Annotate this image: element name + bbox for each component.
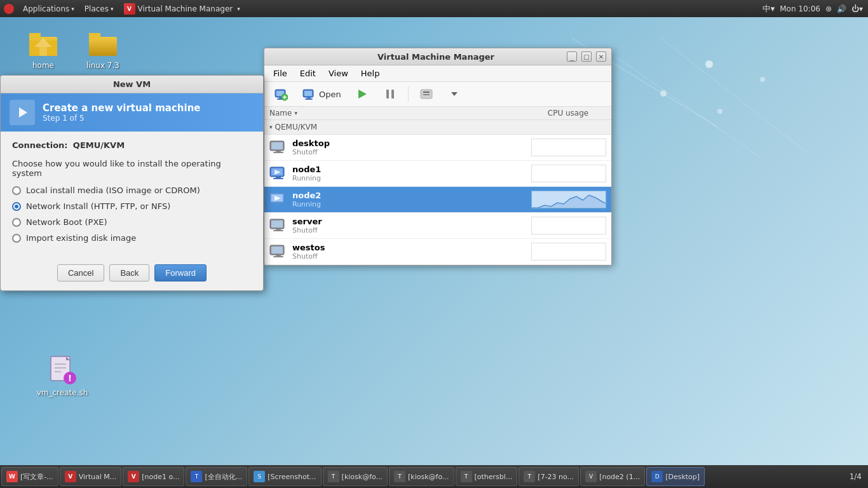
group-label: QEMU/KVM xyxy=(275,123,318,132)
svg-rect-14 xyxy=(89,33,100,39)
vmm-menu-edit[interactable]: Edit xyxy=(294,67,322,80)
vmm-window-controls: _ □ ✕ xyxy=(564,51,606,62)
vm-info-node2: node2 Running xyxy=(292,191,531,208)
shutdown-icon xyxy=(419,87,433,101)
vm-row-node2[interactable]: node2 Running xyxy=(264,187,611,213)
top-taskbar: Applications ▾ Places ▾ V Virtual Machin… xyxy=(0,0,868,17)
kiosk1-label: [kiosk@fo... xyxy=(342,473,383,481)
places-label: Places xyxy=(85,4,109,13)
back-button[interactable]: Back xyxy=(109,264,149,281)
new-vm-dialog: New VM Create a new virtual machine Step… xyxy=(0,75,264,291)
desktop-icon-vmcreate[interactable]: ! vm_create.sh xyxy=(37,353,88,400)
vmm-maximize-button[interactable]: □ xyxy=(581,51,592,62)
toolbar-shutdown-button[interactable] xyxy=(414,85,439,104)
volume-icon: 🔊 xyxy=(837,4,846,13)
svg-rect-31 xyxy=(304,91,312,96)
taskbar-app-desktop[interactable]: D [Desktop] xyxy=(646,467,705,486)
taskbar-app-writer[interactable]: W [写文章-... xyxy=(1,467,58,486)
node1-taskbar-icon: V xyxy=(128,471,139,482)
svg-point-4 xyxy=(660,90,667,97)
svg-line-1 xyxy=(616,57,763,159)
vm-monitor-icon-desktop xyxy=(269,140,287,154)
svg-rect-44 xyxy=(273,152,283,153)
radio-network-install[interactable]: Network Install (HTTP, FTP, or NFS) xyxy=(12,201,252,211)
taskbar-app-automate[interactable]: T [全自动化... xyxy=(186,467,247,486)
linux-icon-label: linux 7.3 xyxy=(86,61,119,70)
vm-row-desktop[interactable]: desktop Shutoff xyxy=(264,135,611,161)
taskbar-app-node2[interactable]: V [node2 (1... xyxy=(580,467,645,486)
toolbar-more-button[interactable] xyxy=(442,85,467,104)
run-icon xyxy=(355,87,369,101)
taskbar-app-others[interactable]: T [othersbl... xyxy=(456,467,518,486)
desktop-icon-linux[interactable]: linux 7.3 xyxy=(78,25,128,72)
taskbar-app-node23[interactable]: T [7-23 no... xyxy=(519,467,579,486)
svg-rect-43 xyxy=(276,151,281,152)
col-name-sort-icon: ▾ xyxy=(294,110,297,116)
vm-monitor-icon-node2 xyxy=(269,193,287,207)
vmm-arrow: ▾ xyxy=(237,6,240,12)
vmm-menu-file[interactable]: File xyxy=(267,67,294,80)
places-menu[interactable]: Places ▾ xyxy=(79,0,119,17)
new-vm-dialog-body: Connection: QEMU/KVM Choose how you woul… xyxy=(1,132,263,258)
connection-value: QEMU/KVM xyxy=(73,140,125,150)
group-arrow-icon: ▾ xyxy=(269,124,273,130)
cancel-button[interactable]: Cancel xyxy=(57,264,104,281)
connection-label: Connection: xyxy=(12,140,68,150)
vm-row-server[interactable]: server Shutoff xyxy=(264,213,611,239)
new-vm-dialog-footer: Cancel Back Forward xyxy=(1,258,263,290)
node1-taskbar-label: [node1 o... xyxy=(142,473,179,481)
taskbar-page-number: 1/4 xyxy=(850,472,867,481)
vm-row-node1[interactable]: node1 Running xyxy=(264,161,611,187)
vm-status-node2: Running xyxy=(292,200,531,208)
forward-button[interactable]: Forward xyxy=(154,264,207,281)
taskbar-app-kiosk2[interactable]: T [kiosk@fo... xyxy=(389,467,454,486)
vmm-window-title: Virtual Machine Manager xyxy=(308,52,564,62)
radio-network-boot[interactable]: Network Boot (PXE) xyxy=(12,217,252,227)
vmm-taskbar-item[interactable]: V Virtual Machine Manager ▾ xyxy=(119,0,245,17)
svg-line-2 xyxy=(661,38,807,152)
taskbar-app-node1[interactable]: V [node1 o... xyxy=(123,467,184,486)
places-arrow: ▾ xyxy=(111,6,114,12)
radio-network-boot-label: Network Boot (PXE) xyxy=(26,217,107,227)
radio-local-install[interactable]: Local install media (ISO image or CDROM) xyxy=(12,186,252,195)
taskbar-right: 中▾ Mon 10:06 ⊛ 🔊 ⏻▾ xyxy=(757,3,868,15)
vm-status-server: Shutoff xyxy=(292,226,531,234)
vm-row-westos[interactable]: westos Shutoff xyxy=(264,239,611,265)
toolbar-run-button[interactable] xyxy=(349,85,375,104)
vmm-menu-view[interactable]: View xyxy=(322,67,355,80)
svg-marker-34 xyxy=(358,90,367,98)
desktop-icon-home[interactable]: home xyxy=(18,25,69,72)
svg-rect-10 xyxy=(29,33,41,39)
svg-rect-54 xyxy=(273,204,283,205)
new-vm-header-step: Step 1 of 5 xyxy=(43,114,201,123)
toolbar-new-vm-button[interactable] xyxy=(268,85,294,104)
taskbar-app-screenshot[interactable]: S [Screenshot... xyxy=(248,467,321,486)
bottom-taskbar: W [写文章-... V Virtual M... V [node1 o... … xyxy=(0,465,868,488)
svg-rect-39 xyxy=(423,94,430,95)
toolbar-pause-button[interactable] xyxy=(377,85,403,104)
taskbar-app-vmm[interactable]: V Virtual M... xyxy=(60,467,121,486)
vmm-menu-help[interactable]: Help xyxy=(355,67,386,80)
taskbar-app-kiosk1[interactable]: T [kiosk@fo... xyxy=(323,467,388,486)
new-vm-dialog-header: Create a new virtual machine Step 1 of 5 xyxy=(1,93,263,132)
vmm-close-button[interactable]: ✕ xyxy=(596,51,606,62)
script-icon-label: vm_create.sh xyxy=(37,388,88,397)
col-name-label: Name xyxy=(269,109,292,118)
vm-status-westos: Shutoff xyxy=(292,252,531,261)
svg-rect-62 xyxy=(273,256,283,257)
vm-name-server: server xyxy=(292,217,531,226)
svg-rect-61 xyxy=(276,255,281,256)
vm-cpu-bar-node1 xyxy=(531,165,606,182)
vm-info-desktop: desktop Shutoff xyxy=(292,139,531,156)
svg-rect-33 xyxy=(305,98,313,100)
power-icon[interactable]: ⏻▾ xyxy=(851,4,863,13)
toolbar-open-button[interactable]: Open xyxy=(296,85,347,104)
new-vm-play-icon xyxy=(10,100,35,125)
home-icon-label: home xyxy=(32,61,54,70)
vm-info-node1: node1 Running xyxy=(292,165,531,182)
applications-menu[interactable]: Applications ▾ xyxy=(18,0,79,17)
svg-rect-57 xyxy=(276,229,281,230)
vmm-minimize-button[interactable]: _ xyxy=(567,51,577,62)
radio-import-disk[interactable]: Import existing disk image xyxy=(12,233,252,243)
col-name-header[interactable]: Name ▾ xyxy=(269,109,530,118)
